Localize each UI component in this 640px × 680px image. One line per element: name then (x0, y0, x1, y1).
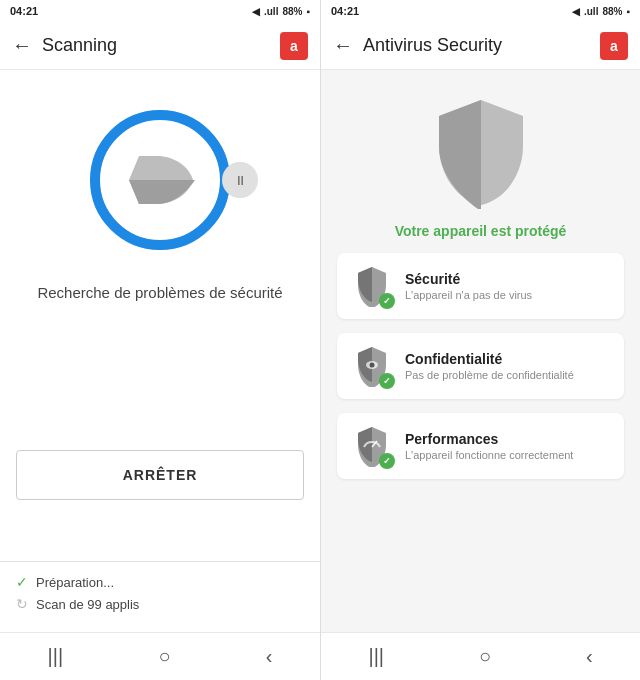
avast-logo-left: a (280, 32, 308, 60)
security-check-icon: ✓ (379, 293, 395, 309)
performance-card-icon: ✓ (351, 425, 393, 467)
status-icons-right: ◀ .ull 88% ▪ (572, 6, 630, 17)
performance-card[interactable]: ✓ Performances L'appareil fonctionne cor… (337, 413, 624, 479)
status-time-right: 04:21 (331, 5, 359, 17)
log-item-0: ✓ Préparation... (16, 574, 304, 590)
performance-check-icon: ✓ (379, 453, 395, 469)
status-bar-right: 04:21 ◀ .ull 88% ▪ (321, 0, 640, 22)
nav-back-right[interactable]: ‹ (586, 645, 593, 668)
performance-card-text: Performances L'appareil fonctionne corre… (405, 431, 573, 461)
log-text-1: Scan de 99 applis (36, 597, 139, 612)
nav-home-left[interactable]: ○ (158, 645, 170, 668)
av-content: Votre appareil est protégé ✓ Sécurité L'… (321, 70, 640, 680)
privacy-subtitle: Pas de problème de confidentialité (405, 369, 574, 381)
privacy-check-icon: ✓ (379, 373, 395, 389)
privacy-card[interactable]: ✓ Confidentialité Pas de problème de con… (337, 333, 624, 399)
log-text-0: Préparation... (36, 575, 114, 590)
stop-scan-button[interactable]: ARRÊTER (16, 450, 304, 500)
svg-point-3 (370, 363, 375, 368)
security-card-text: Sécurité L'appareil n'a pas de virus (405, 271, 532, 301)
top-bar-right: ← Antivirus Security a (321, 22, 640, 70)
status-bar-left: 04:21 ◀ .ull 88% ▪ (0, 0, 320, 22)
security-subtitle: L'appareil n'a pas de virus (405, 289, 532, 301)
protected-text: Votre appareil est protégé (395, 223, 567, 239)
pause-button[interactable]: ⏸ (222, 162, 258, 198)
nav-back-left[interactable]: ‹ (266, 645, 273, 668)
privacy-card-icon: ✓ (351, 345, 393, 387)
scan-log: ✓ Préparation... ↻ Scan de 99 applis (0, 561, 320, 630)
performance-subtitle: L'appareil fonctionne correctement (405, 449, 573, 461)
privacy-card-text: Confidentialité Pas de problème de confi… (405, 351, 574, 381)
stop-btn-container: ARRÊTER (0, 450, 320, 500)
scan-shield-icon (130, 145, 190, 215)
progress-ring-container: ⏸ (80, 100, 240, 260)
security-title: Sécurité (405, 271, 532, 287)
large-shield-icon (431, 94, 531, 213)
performance-title: Performances (405, 431, 573, 447)
scan-description: Recherche de problèmes de sécurité (37, 284, 282, 301)
page-title-left: Scanning (42, 35, 270, 56)
left-panel: 04:21 ◀ .ull 88% ▪ ← Scanning a (0, 0, 320, 680)
nav-bar-right: ||| ○ ‹ (321, 632, 640, 680)
security-card[interactable]: ✓ Sécurité L'appareil n'a pas de virus (337, 253, 624, 319)
status-time-left: 04:21 (10, 5, 38, 17)
nav-recent-right[interactable]: ||| (368, 645, 384, 668)
log-item-1: ↻ Scan de 99 applis (16, 596, 304, 612)
security-card-icon: ✓ (351, 265, 393, 307)
status-icons-left: ◀ .ull 88% ▪ (252, 6, 310, 17)
nav-home-right[interactable]: ○ (479, 645, 491, 668)
privacy-title: Confidentialité (405, 351, 574, 367)
check-icon: ✓ (16, 574, 28, 590)
page-title-right: Antivirus Security (363, 35, 590, 56)
avast-logo-right: a (600, 32, 628, 60)
back-button-left[interactable]: ← (12, 34, 32, 57)
nav-recent-left[interactable]: ||| (48, 645, 64, 668)
nav-bar-left: ||| ○ ‹ (0, 632, 320, 680)
spin-icon: ↻ (16, 596, 28, 612)
back-button-right[interactable]: ← (333, 34, 353, 57)
top-bar-left: ← Scanning a (0, 22, 320, 70)
right-panel: 04:21 ◀ .ull 88% ▪ ← Antivirus Security … (320, 0, 640, 680)
